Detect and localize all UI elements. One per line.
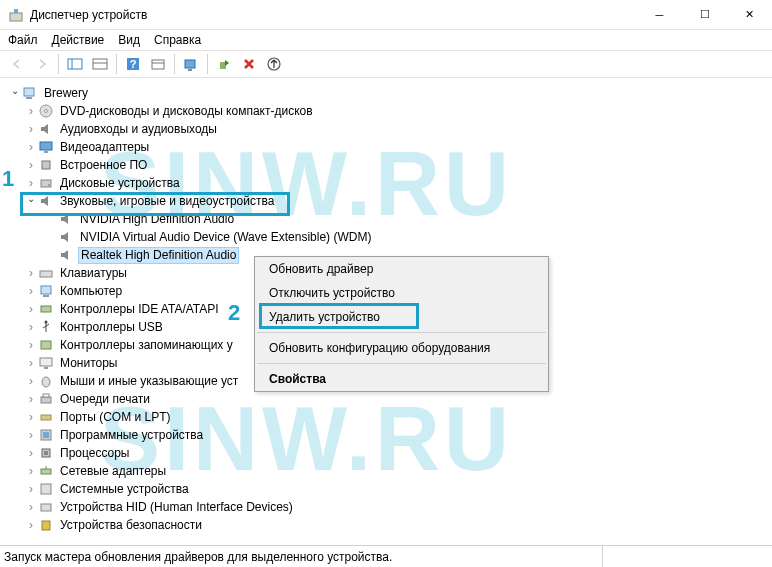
expander-icon[interactable] (24, 426, 38, 445)
toolbar-btn-1[interactable] (64, 53, 86, 75)
tree-item-label: Видеоадаптеры (58, 138, 151, 156)
expander-icon[interactable] (8, 84, 22, 102)
tree-item-label: Контроллеры IDE ATA/ATAPI (58, 300, 221, 318)
svg-rect-26 (41, 306, 51, 312)
expander-icon[interactable] (24, 264, 38, 283)
tree-item[interactable]: NVIDIA Virtual Audio Device (Wave Extens… (0, 228, 772, 246)
tree-item[interactable]: Процессоры (0, 444, 772, 462)
net-icon (38, 463, 54, 479)
chip-icon (38, 157, 54, 173)
svg-rect-29 (40, 358, 52, 366)
expander-icon[interactable] (24, 102, 38, 121)
enable-device-icon[interactable] (213, 53, 235, 75)
cpu-icon (38, 445, 54, 461)
scan-hardware-icon[interactable] (180, 53, 202, 75)
tree-item[interactable]: Аудиовходы и аудиовыходы (0, 120, 772, 138)
tree-item-label: Встроенное ПО (58, 156, 149, 174)
expander-icon[interactable] (24, 498, 38, 517)
cm-properties[interactable]: Свойства (255, 367, 548, 391)
expander-icon[interactable] (24, 336, 38, 355)
svg-rect-28 (41, 341, 51, 349)
tree-item[interactable]: Встроенное ПО (0, 156, 772, 174)
disk-icon (38, 175, 54, 191)
svg-rect-24 (41, 286, 51, 294)
close-button[interactable]: ✕ (727, 0, 772, 29)
svg-rect-23 (40, 271, 52, 277)
tree-item[interactable]: Видеоадаптеры (0, 138, 772, 156)
minimize-button[interactable]: ─ (637, 0, 682, 29)
tree-item-label: Очереди печати (58, 390, 152, 408)
monitor-blue-icon (38, 139, 54, 155)
tree-item[interactable]: Порты (COM и LPT) (0, 408, 772, 426)
expander-icon[interactable] (24, 444, 38, 463)
tree-item[interactable]: Дисковые устройства (0, 174, 772, 192)
expander-icon[interactable] (24, 462, 38, 481)
expander-icon[interactable] (24, 354, 38, 373)
mouse-icon (38, 373, 54, 389)
tree-root[interactable]: Brewery (0, 84, 772, 102)
cm-remove-device[interactable]: Удалить устройство (255, 305, 548, 329)
expander-icon[interactable] (24, 390, 38, 409)
tree-item[interactable]: Устройства безопасности (0, 516, 772, 534)
svg-rect-15 (26, 97, 32, 99)
svg-rect-1 (14, 9, 18, 13)
tree-item[interactable]: NVIDIA High Definition Audio (0, 210, 772, 228)
help-icon[interactable]: ? (122, 53, 144, 75)
uninstall-device-icon[interactable] (238, 53, 260, 75)
tree-item-label: Аудиовходы и аудиовыходы (58, 120, 219, 138)
expander-icon[interactable] (24, 156, 38, 175)
toolbar-btn-2[interactable] (89, 53, 111, 75)
menu-view[interactable]: Вид (118, 33, 140, 47)
tree-item-label: Устройства HID (Human Interface Devices) (58, 498, 295, 516)
tree-item-label: Порты (COM и LPT) (58, 408, 173, 426)
expander-icon[interactable] (24, 120, 38, 139)
expander-icon[interactable] (24, 372, 38, 391)
tree-item[interactable]: Программные устройства (0, 426, 772, 444)
tree-item[interactable]: DVD-дисководы и дисководы компакт-дисков (0, 102, 772, 120)
tree-item[interactable]: Системные устройства (0, 480, 772, 498)
expander-icon[interactable] (24, 516, 38, 535)
tree-item-label: Клавиатуры (58, 264, 129, 282)
expander-icon[interactable] (24, 174, 38, 193)
tree-item-label: Устройства безопасности (58, 516, 204, 534)
cm-update-driver[interactable]: Обновить драйвер (255, 257, 548, 281)
menu-action[interactable]: Действие (52, 33, 105, 47)
svg-rect-38 (44, 451, 48, 455)
toolbar-btn-3[interactable] (147, 53, 169, 75)
tree-item-label: Мониторы (58, 354, 119, 372)
expander-icon[interactable] (24, 480, 38, 499)
svg-rect-25 (43, 295, 49, 297)
toolbar: ? (0, 50, 772, 78)
svg-rect-34 (41, 415, 51, 420)
expander-icon[interactable] (24, 318, 38, 337)
svg-rect-11 (188, 69, 192, 71)
expander-icon[interactable] (24, 408, 38, 427)
expander-icon[interactable] (24, 282, 38, 301)
maximize-button[interactable]: ☐ (682, 0, 727, 29)
tree-item[interactable]: Устройства HID (Human Interface Devices) (0, 498, 772, 516)
context-menu: Обновить драйвер Отключить устройство Уд… (254, 256, 549, 392)
tree-item[interactable]: Сетевые адаптеры (0, 462, 772, 480)
monitor-icon (38, 355, 54, 371)
back-button[interactable] (6, 53, 28, 75)
cm-disable-device[interactable]: Отключить устройство (255, 281, 548, 305)
expander-icon[interactable] (24, 192, 38, 210)
svg-text:?: ? (130, 58, 137, 70)
tree-item[interactable]: Очереди печати (0, 390, 772, 408)
category-sound[interactable]: Звуковые, игровые и видеоустройства (0, 192, 772, 210)
forward-button[interactable] (31, 53, 53, 75)
tree-item-label: Мыши и иные указывающие уст (58, 372, 240, 390)
svg-rect-43 (42, 521, 50, 530)
tree-item-label: Компьютер (58, 282, 124, 300)
expander-icon[interactable] (24, 138, 38, 157)
cm-refresh-config[interactable]: Обновить конфигурацию оборудования (255, 336, 548, 360)
update-driver-icon[interactable] (263, 53, 285, 75)
svg-rect-41 (41, 484, 51, 494)
menu-help[interactable]: Справка (154, 33, 201, 47)
svg-rect-30 (44, 367, 48, 369)
expander-icon[interactable] (24, 300, 38, 319)
menu-bar: Файл Действие Вид Справка (0, 30, 772, 50)
svg-rect-32 (41, 397, 51, 403)
menu-file[interactable]: Файл (8, 33, 38, 47)
cm-separator (257, 363, 546, 364)
